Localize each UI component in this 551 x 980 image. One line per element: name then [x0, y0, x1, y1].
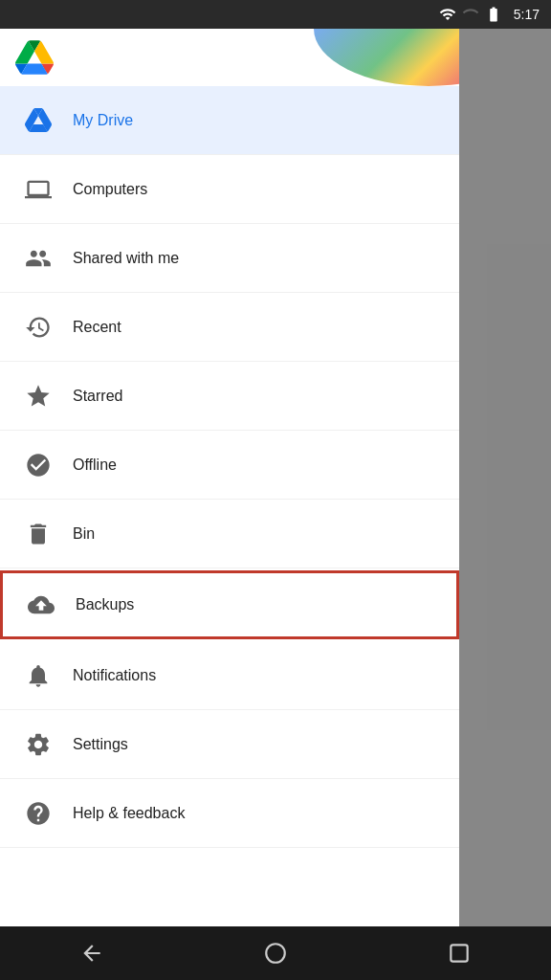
settings-label: Settings	[73, 736, 128, 753]
notifications-label: Notifications	[73, 667, 156, 684]
drive-logo	[15, 40, 54, 75]
bin-label: Bin	[73, 525, 95, 543]
shared-label: Shared with me	[73, 250, 179, 267]
battery-icon	[485, 6, 502, 23]
back-button[interactable]	[63, 926, 121, 980]
sidebar-item-my-drive[interactable]: My Drive	[0, 86, 459, 155]
status-bar: 5:17	[0, 0, 551, 29]
bin-icon	[15, 521, 61, 547]
star-icon	[15, 383, 61, 410]
sidebar-item-shared[interactable]: Shared with me	[0, 224, 459, 293]
starred-label: Starred	[73, 388, 122, 405]
bell-icon	[15, 662, 61, 689]
status-icons: 5:17	[439, 6, 540, 23]
offline-label: Offline	[73, 457, 117, 474]
sidebar-item-starred[interactable]: Starred	[0, 362, 459, 431]
help-label: Help & feedback	[73, 805, 185, 822]
sidebar-item-help[interactable]: Help & feedback	[0, 779, 459, 848]
status-time: 5:17	[514, 7, 540, 22]
menu-scroll[interactable]: My Drive Computers Shared with me	[0, 86, 459, 980]
sidebar-item-recent[interactable]: Recent	[0, 293, 459, 362]
drawer-header	[0, 29, 459, 86]
sidebar-item-backups[interactable]: Backups	[0, 570, 459, 639]
svg-rect-1	[451, 945, 467, 961]
recent-label: Recent	[73, 319, 121, 336]
nav-drawer: My Drive Computers Shared with me	[0, 29, 459, 980]
recent-icon	[15, 314, 61, 341]
home-icon	[263, 941, 288, 966]
sidebar-item-offline[interactable]: Offline	[0, 431, 459, 500]
help-icon	[15, 800, 61, 827]
shared-icon	[15, 245, 61, 272]
signal-icon	[462, 6, 479, 23]
offline-icon	[15, 452, 61, 479]
my-drive-label: My Drive	[73, 112, 133, 129]
drive-icon	[15, 108, 61, 132]
home-button[interactable]	[247, 926, 304, 980]
drawer-header-bg	[306, 29, 459, 86]
wifi-icon	[439, 6, 456, 23]
computers-label: Computers	[73, 181, 147, 198]
backups-label: Backups	[76, 596, 134, 613]
back-icon	[79, 941, 104, 966]
gear-icon	[15, 731, 61, 758]
computer-icon	[15, 176, 61, 203]
sidebar-item-notifications[interactable]: Notifications	[0, 641, 459, 710]
nav-bar	[0, 926, 551, 980]
sidebar-item-bin[interactable]: Bin	[0, 500, 459, 568]
recents-button[interactable]	[430, 926, 488, 980]
recents-icon	[447, 941, 472, 966]
sidebar-item-settings[interactable]: Settings	[0, 710, 459, 779]
sidebar-item-computers[interactable]: Computers	[0, 155, 459, 224]
svg-point-0	[266, 944, 285, 963]
backup-icon	[18, 591, 64, 618]
